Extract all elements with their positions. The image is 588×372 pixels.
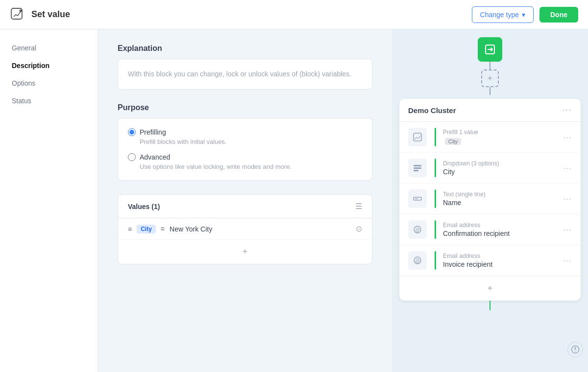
item-name: Invoice recipient <box>443 260 556 268</box>
svg-text:@: @ <box>415 258 420 263</box>
sidebar-item-options[interactable]: Options <box>0 74 98 92</box>
values-title: Values (1) <box>128 203 160 210</box>
item-content: Prefill 1 value City <box>443 129 556 145</box>
item-bar <box>435 251 436 270</box>
change-type-button[interactable]: Change type ▾ <box>472 6 534 23</box>
cluster-title: Demo Cluster <box>408 106 456 115</box>
explanation-text: With this block you can change, lock or … <box>128 70 351 78</box>
item-content: Email address Invoice recipient <box>443 253 556 268</box>
item-type: Dropdown (3 options) <box>443 160 556 167</box>
svg-point-1 <box>20 9 22 12</box>
flow-add-node[interactable]: + <box>481 70 499 87</box>
svg-rect-4 <box>414 165 421 166</box>
item-content: Email address Confirmation recipient <box>443 222 556 237</box>
text-field-icon <box>408 189 427 208</box>
email-icon: @ <box>408 220 427 239</box>
item-bar <box>435 128 436 146</box>
item-type: Text (single line) <box>443 191 556 198</box>
flow-entry-node[interactable] <box>478 37 502 62</box>
svg-rect-6 <box>414 170 418 171</box>
content-area: Explanation With this block you can chan… <box>98 29 392 372</box>
advanced-desc: Use options like value locking, write mo… <box>140 163 362 170</box>
item-bar <box>435 220 436 239</box>
compass-icon[interactable] <box>567 342 583 357</box>
item-menu-icon[interactable]: ··· <box>563 195 572 203</box>
svg-rect-5 <box>414 167 421 169</box>
item-type: Email address <box>443 253 556 259</box>
header: Set value Change type ▾ Done <box>0 0 588 29</box>
list-item[interactable]: Text (single line) Name ··· <box>399 184 581 214</box>
flow-line-bottom <box>490 87 490 95</box>
cluster-menu-icon[interactable]: ··· <box>563 106 572 115</box>
purpose-title: Purpose <box>118 103 372 112</box>
set-value-icon <box>10 7 25 23</box>
explanation-box: With this block you can change, lock or … <box>118 59 372 90</box>
prefilling-radio[interactable] <box>128 128 136 136</box>
add-icon: + <box>243 247 248 257</box>
equals-sign: = <box>161 225 165 233</box>
item-content: Dropdown (3 options) City <box>443 160 556 176</box>
svg-text:@: @ <box>415 227 420 232</box>
item-menu-icon[interactable]: ··· <box>563 256 572 264</box>
item-name: City <box>443 168 556 176</box>
list-item[interactable]: @ Email address Confirmation recipient ·… <box>399 214 581 245</box>
svg-rect-3 <box>414 133 421 141</box>
cluster-card: Demo Cluster ··· Prefill 1 value City <box>399 99 581 301</box>
list-item[interactable]: @ Email address Invoice recipient ··· <box>399 245 581 276</box>
svg-marker-15 <box>574 349 576 352</box>
city-tag: City <box>137 225 156 233</box>
prefilling-label: Prefilling <box>140 128 166 136</box>
chevron-down-icon: ▾ <box>522 11 525 19</box>
item-type: Prefill 1 value <box>443 129 556 136</box>
item-menu-icon[interactable]: ··· <box>563 133 572 141</box>
item-menu-icon[interactable]: ··· <box>563 226 572 233</box>
done-button[interactable]: Done <box>539 7 578 23</box>
item-type: Email address <box>443 222 556 229</box>
prefilling-desc: Prefill blocks with initial values. <box>140 138 362 145</box>
value-row: ≡ City = New York City ⊙ <box>118 218 372 240</box>
prefill-icon <box>408 128 427 146</box>
values-menu-icon[interactable]: ☰ <box>355 202 362 211</box>
email-icon-2: @ <box>408 251 427 270</box>
sidebar-item-general[interactable]: General <box>0 39 98 57</box>
item-menu-icon[interactable]: ··· <box>563 164 572 172</box>
cluster-header: Demo Cluster ··· <box>399 99 581 122</box>
dropdown-icon <box>408 159 427 177</box>
sidebar-item-description[interactable]: Description <box>0 57 98 74</box>
value-options-icon[interactable]: ⊙ <box>356 224 362 233</box>
add-value-button[interactable]: + <box>118 240 372 264</box>
right-panel: + Demo Cluster ··· Prefill 1 value <box>392 29 588 372</box>
svg-marker-14 <box>574 347 576 349</box>
page-title: Set value <box>31 9 466 20</box>
prefilling-option: Prefilling Prefill blocks with initial v… <box>128 128 362 145</box>
item-name: Confirmation recipient <box>443 230 556 237</box>
purpose-box: Prefilling Prefill blocks with initial v… <box>118 118 372 181</box>
item-content: Text (single line) Name <box>443 191 556 207</box>
cluster-add-icon: + <box>488 283 493 294</box>
advanced-radio[interactable] <box>128 153 136 161</box>
explanation-title: Explanation <box>118 44 372 53</box>
item-bar <box>435 159 436 177</box>
advanced-label: Advanced <box>140 153 170 161</box>
main-layout: General Description Options Status Expla… <box>0 29 588 372</box>
item-name: Name <box>443 199 556 207</box>
sidebar-item-status[interactable]: Status <box>0 92 98 110</box>
values-box: Values (1) ☰ ≡ City = New York City ⊙ + <box>118 194 372 264</box>
sidebar: General Description Options Status <box>0 29 98 372</box>
flow-line-top <box>490 62 490 70</box>
list-item[interactable]: Dropdown (3 options) City ··· <box>399 153 581 184</box>
cluster-add-button[interactable]: + <box>399 276 581 301</box>
item-badge: City <box>445 138 461 145</box>
drag-handle-icon[interactable]: ≡ <box>128 225 132 233</box>
item-bar <box>435 189 436 208</box>
flow-connector: + <box>481 62 499 95</box>
advanced-option: Advanced Use options like value locking,… <box>128 153 362 170</box>
values-header: Values (1) ☰ <box>118 195 372 218</box>
flow-bottom-line <box>490 301 490 310</box>
list-item[interactable]: Prefill 1 value City ··· <box>399 122 581 153</box>
value-text: New York City <box>170 225 351 233</box>
